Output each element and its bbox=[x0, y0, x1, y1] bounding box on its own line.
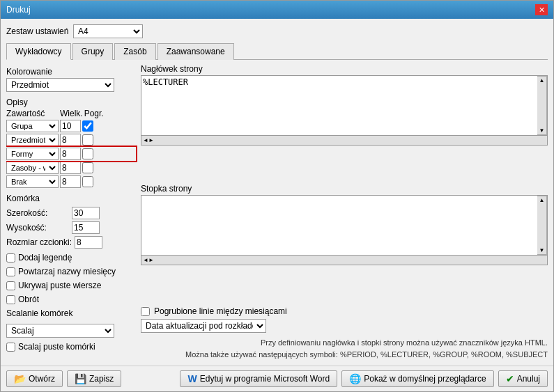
wysokosc-input[interactable] bbox=[72, 221, 100, 234]
left-panel: Kolorowanie Przedmiot Grupa Zasoby Opisy… bbox=[6, 64, 135, 360]
save-button[interactable]: 💾 Zapisz bbox=[67, 370, 121, 387]
save-icon: 💾 bbox=[75, 373, 86, 384]
opisy-size-2[interactable] bbox=[60, 134, 81, 146]
opisy-check-5[interactable] bbox=[82, 176, 93, 187]
tab-zaawansowane[interactable]: Zaawansowane bbox=[157, 43, 234, 60]
opisy-label: Opisy bbox=[6, 97, 135, 107]
opisy-header-wielk: Wielk. bbox=[60, 109, 83, 118]
rozmiar-input[interactable] bbox=[75, 236, 102, 249]
footer-textarea-wrap: ▲ ▼ bbox=[141, 195, 548, 256]
scalanie-section: Scalanie komórek Scalaj Nie scalaj Scala… bbox=[6, 308, 135, 352]
kolorowanie-label: Kolorowanie bbox=[6, 67, 135, 77]
kolorowanie-select[interactable]: Przedmiot Grupa Zasoby bbox=[6, 78, 114, 92]
label-ukrywaj: Ukrywaj puste wiersze bbox=[18, 281, 101, 290]
footer-textarea[interactable] bbox=[141, 196, 537, 255]
hscroll-right-icon: ► bbox=[148, 137, 154, 143]
checkbox-obrot: Obrót bbox=[6, 295, 135, 304]
komorka-row-wysokosc: Wysokość: bbox=[6, 221, 135, 234]
opisy-dropdown-2[interactable]: Przedmioty bbox=[6, 134, 59, 146]
szerokosc-input[interactable] bbox=[72, 207, 100, 219]
preset-row: Zestaw ustawień A4 A3 Letter bbox=[6, 24, 548, 38]
header-hscrollbar[interactable]: ◄ ► bbox=[141, 136, 548, 146]
opisy-size-4[interactable] bbox=[60, 162, 81, 174]
vscroll-down-icon: ▼ bbox=[539, 127, 545, 134]
checkbox-ukrywaj: Ukrywaj puste wiersze bbox=[6, 281, 135, 290]
scalanie-puste-row: Scalaj puste komórki bbox=[6, 342, 135, 352]
footer-label: Stopka strony bbox=[141, 184, 548, 194]
opisy-size-3[interactable] bbox=[60, 148, 81, 160]
cancel-label: Anuluj bbox=[517, 374, 540, 384]
komorka-row-szerokosc: Szerokość: bbox=[6, 207, 135, 219]
bottom-bar: 📂 Otwórz 💾 Zapisz W Edytuj w programie M… bbox=[1, 366, 553, 391]
info-text-line2: Można także używać następujących symboli… bbox=[185, 350, 548, 359]
opisy-header-pogr: Pogr. bbox=[84, 109, 104, 118]
checkbox-powtarzaj: Powtarzaj nazwy miesięcy bbox=[6, 267, 135, 276]
opisy-check-4[interactable] bbox=[82, 162, 93, 173]
label-dodaj-legende: Dodaj legendę bbox=[18, 253, 72, 262]
opisy-dropdown-5[interactable]: Brak bbox=[6, 175, 59, 188]
scalanie-label: Scalanie komórek bbox=[6, 308, 135, 318]
label-obrot: Obrót bbox=[18, 295, 39, 304]
opisy-header-zawart: Zawartość bbox=[6, 109, 59, 118]
header-label: Nagłówek strony bbox=[141, 64, 548, 74]
open-label: Otwórz bbox=[29, 374, 55, 384]
opisy-check-1[interactable] bbox=[82, 120, 93, 132]
opisy-row-5: Brak bbox=[6, 175, 135, 188]
cancel-button[interactable]: ✔ Anuluj bbox=[498, 370, 548, 387]
bold-line-row: Pogrubione linie między miesiącami bbox=[141, 306, 548, 316]
opisy-size-1[interactable] bbox=[60, 120, 81, 132]
vscroll2-down-icon: ▼ bbox=[539, 247, 545, 253]
komorka-label: Komórka bbox=[6, 194, 135, 203]
opisy-dropdown-1[interactable]: Grupa bbox=[6, 120, 59, 132]
komorka-section: Komórka Szerokość: Wysokość: Rozmiar czc… bbox=[6, 194, 135, 249]
opisy-row-2: Przedmioty bbox=[6, 134, 135, 146]
info-text: Przy definiowaniu nagłówka i stopki stro… bbox=[141, 337, 548, 360]
word-label: Edytuj w programie Microsoft Word bbox=[200, 374, 330, 384]
opisy-size-5[interactable] bbox=[60, 175, 81, 188]
check-dodaj-legende[interactable] bbox=[6, 253, 15, 262]
footer-hscrollbar[interactable]: ◄ ► bbox=[141, 256, 548, 265]
tab-grupy[interactable]: Grupy bbox=[72, 43, 114, 60]
right-bottom-options: Pogrubione linie między miesiącami Data … bbox=[141, 306, 548, 360]
header-textarea[interactable]: %LECTURER bbox=[141, 76, 537, 135]
wysokosc-label: Wysokość: bbox=[6, 223, 69, 233]
scalanie-select[interactable]: Scalaj Nie scalaj bbox=[6, 324, 114, 338]
tab-zasob[interactable]: Zasób bbox=[114, 43, 155, 60]
dialog: Drukuj ✕ Zestaw ustawień A4 A3 Letter Wy… bbox=[0, 0, 554, 392]
opisy-row-1: Grupa bbox=[6, 120, 135, 132]
footer-section: Stopka strony ▲ ▼ ◄ ► bbox=[141, 184, 548, 299]
bottom-left: 📂 Otwórz 💾 Zapisz bbox=[6, 370, 121, 387]
label-powtarzaj: Powtarzaj nazwy miesięcy bbox=[18, 267, 116, 276]
close-button[interactable]: ✕ bbox=[535, 4, 548, 15]
preset-select[interactable]: A4 A3 Letter bbox=[73, 24, 143, 38]
check-scalaj-puste[interactable] bbox=[6, 343, 15, 352]
dialog-body: Zestaw ustawień A4 A3 Letter Wykładowcy … bbox=[1, 19, 553, 366]
tab-wykladowcy[interactable]: Wykładowcy bbox=[6, 43, 71, 60]
check-bold-lines[interactable] bbox=[141, 307, 150, 316]
check-obrot[interactable] bbox=[6, 295, 15, 304]
word-button[interactable]: W Edytuj w programie Microsoft Word bbox=[180, 370, 337, 387]
browser-label: Pokaż w domyślnej przeglądarce bbox=[364, 374, 486, 384]
vscroll-up-icon: ▲ bbox=[539, 77, 545, 84]
cancel-icon: ✔ bbox=[506, 373, 514, 384]
word-icon: W bbox=[187, 373, 197, 384]
footer-vscrollbar[interactable]: ▲ ▼ bbox=[537, 196, 547, 255]
header-section: Nagłówek strony %LECTURER ▲ ▼ ◄ ► bbox=[141, 64, 548, 180]
opisy-check-3[interactable] bbox=[82, 148, 93, 159]
header-vscrollbar[interactable]: ▲ ▼ bbox=[537, 76, 547, 135]
opisy-check-2[interactable] bbox=[82, 134, 93, 146]
open-button[interactable]: 📂 Otwórz bbox=[6, 370, 63, 387]
opisy-dropdown-3[interactable]: Formy bbox=[6, 148, 59, 160]
header-textarea-wrap: %LECTURER ▲ ▼ bbox=[141, 75, 548, 136]
browser-button[interactable]: 🌐 Pokaż w domyślnej przeglądarce bbox=[341, 370, 493, 387]
data-row: Data aktualizacji pod rozkładem Brak Dat… bbox=[141, 319, 548, 333]
checkbox-dodaj-legende: Dodaj legendę bbox=[6, 253, 135, 262]
kolorowanie-section: Kolorowanie Przedmiot Grupa Zasoby bbox=[6, 67, 135, 92]
data-select[interactable]: Data aktualizacji pod rozkładem Brak Dat… bbox=[141, 319, 266, 333]
vscroll2-up-icon: ▲ bbox=[539, 197, 545, 203]
save-label: Zapisz bbox=[89, 374, 114, 384]
komorka-row-rozmiar: Rozmiar czcionki: bbox=[6, 236, 135, 249]
check-powtarzaj[interactable] bbox=[6, 267, 15, 276]
check-ukrywaj[interactable] bbox=[6, 281, 15, 290]
opisy-dropdown-4[interactable]: Zasoby - ws: bbox=[6, 162, 59, 174]
